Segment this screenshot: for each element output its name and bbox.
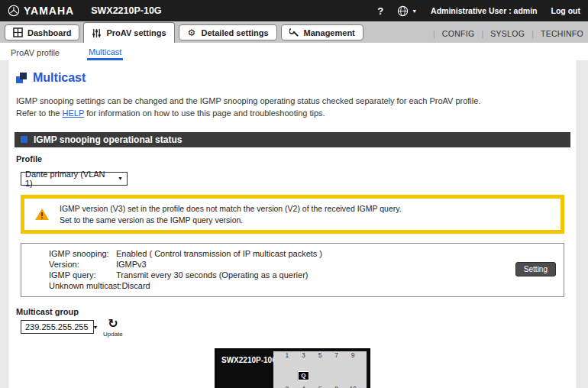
description-line1: IGMP snooping settings can be changed an… [16, 96, 480, 105]
brand-name: YAMAHA [24, 5, 74, 17]
warning-line1: IGMP version (V3) set in the profile doe… [60, 203, 402, 215]
port-number: 10 [349, 385, 356, 388]
wrench-icon [289, 27, 299, 37]
tab-proav-settings[interactable]: ProAV settings [83, 22, 174, 43]
port-4: Q [296, 372, 311, 385]
page-title: Multicast [33, 71, 86, 85]
subnav-item-proav-profile[interactable]: ProAV profile [9, 46, 61, 60]
port-number: 1 [285, 351, 289, 359]
port-number: 6 [318, 385, 322, 388]
utility-link-techinfo[interactable]: TECHINFO [541, 29, 583, 38]
description-line2-prefix: Refer to the [16, 108, 63, 118]
content-panel: Multicast IGMP snooping settings can be … [8, 60, 577, 388]
section-header: IGMP snooping operational status [15, 132, 570, 147]
tab-label: Dashboard [27, 28, 71, 37]
utility-link-syslog[interactable]: SYSLOG [490, 29, 525, 38]
port-7 [329, 359, 344, 372]
logout-button[interactable]: Log out [551, 6, 580, 15]
port-1 [279, 359, 295, 372]
port-6 [312, 372, 328, 385]
sub-nav: ProAV profileMulticast [0, 43, 588, 60]
status-row: Version:IGMPv3 [49, 260, 556, 270]
dashboard-icon [13, 27, 23, 37]
status-label: IGMP snooping: [49, 249, 116, 260]
status-value: Transmit every 30 seconds (Operating as … [116, 270, 308, 281]
port-number: 5 [318, 351, 322, 359]
help-link[interactable]: HELP [63, 108, 85, 118]
warning-banner: IGMP version (V3) set in the profile doe… [21, 195, 564, 234]
profile-label: Profile [16, 154, 570, 163]
logged-in-user: Administrative User : admin [431, 6, 537, 15]
warning-icon [35, 209, 49, 220]
tab-dashboard[interactable]: Dashboard [5, 24, 79, 40]
chevron-down-icon: ▼ [118, 176, 123, 181]
update-label: Update [103, 331, 123, 338]
update-button[interactable]: ↻ Update [103, 318, 123, 338]
status-row: Unknown multicast:Discard [49, 281, 556, 292]
status-value: Enabled ( Control transmission of IP mul… [116, 249, 322, 260]
tab-management[interactable]: Management [281, 24, 363, 40]
tab-label: Detailed settings [202, 28, 269, 37]
port-number: 3 [302, 351, 305, 359]
port-number: 4 [302, 385, 305, 388]
port-number: 2 [285, 385, 289, 388]
device-model: SWX2210P-10G [91, 5, 161, 16]
tab-label: Management [304, 28, 355, 37]
language-selector[interactable]: ▼ [397, 5, 417, 17]
page-title-row: Multicast [16, 71, 570, 85]
gear-icon: ⚙ [187, 27, 197, 37]
port-8 [329, 372, 344, 385]
port-panel: 13579 Q 246810 [273, 351, 367, 388]
refresh-icon: ↻ [108, 318, 118, 330]
status-row: IGMP query:Transmit every 30 seconds (Op… [49, 270, 556, 281]
separator: | [481, 29, 483, 38]
utility-link-config[interactable]: CONFIG [442, 29, 475, 38]
main-tab-bar: DashboardProAV settings⚙Detailed setting… [0, 21, 588, 43]
subnav-item-multicast[interactable]: Multicast [87, 45, 123, 60]
separator: | [433, 29, 435, 38]
description-line2-suffix: for information on how to use this page … [84, 108, 325, 118]
page-description: IGMP snooping settings can be changed an… [16, 95, 570, 120]
tab-label: ProAV settings [106, 28, 166, 37]
tab-detailed-settings[interactable]: ⚙Detailed settings [179, 24, 277, 40]
status-value: IGMPv3 [116, 260, 147, 270]
help-icon[interactable]: ? [377, 5, 383, 17]
switch-diagram: SWX2210P-10G 13579 Q 246810 [215, 348, 370, 388]
status-box: IGMP snooping:Enabled ( Control transmis… [21, 243, 564, 297]
port-number: 7 [334, 351, 338, 359]
profile-select-value: Dante primary (VLAN 1) [25, 170, 113, 188]
multicast-group-label: Multicast group [16, 307, 570, 316]
utility-links: |CONFIG|SYSLOG|TECHINFO [426, 29, 583, 38]
query-badge: Q [298, 371, 309, 380]
status-label: IGMP query: [49, 270, 116, 281]
port-10 [345, 372, 360, 385]
yamaha-logo-icon [8, 5, 20, 17]
separator: | [531, 29, 534, 38]
section-title: IGMP snooping operational status [34, 134, 182, 145]
port-5 [312, 359, 328, 372]
sliders-icon [92, 28, 102, 38]
section-square-icon [21, 136, 27, 143]
chevron-down-icon: ▼ [93, 325, 99, 330]
app-header: YAMAHA SWX2210P-10G ? ▼ Administrative U… [0, 0, 588, 21]
port-9 [345, 359, 360, 372]
port-number: 8 [334, 385, 338, 388]
yamaha-brand: YAMAHA [8, 5, 74, 17]
profile-select[interactable]: Dante primary (VLAN 1) ▼ [21, 172, 128, 186]
switch-model-label: SWX2210P-10G [221, 356, 278, 364]
port-2 [279, 372, 295, 385]
multicast-page-icon [16, 73, 27, 83]
status-label: Version: [49, 260, 116, 270]
multicast-group-select[interactable]: 239.255.255.255 ▼ [21, 320, 94, 334]
chevron-down-icon: ▼ [412, 8, 417, 14]
port-3 [296, 359, 311, 372]
status-value: Discard [121, 281, 150, 292]
content-region: Multicast IGMP snooping settings can be … [0, 60, 588, 388]
multicast-group-value: 239.255.255.255 [25, 322, 89, 331]
status-label: Unknown multicast: [49, 281, 121, 292]
status-row: IGMP snooping:Enabled ( Control transmis… [49, 249, 556, 260]
globe-icon [397, 5, 409, 17]
setting-button[interactable]: Setting [515, 262, 556, 276]
port-number: 9 [351, 351, 355, 359]
warning-line2: Set to the same version as the IGMP quer… [60, 215, 402, 226]
